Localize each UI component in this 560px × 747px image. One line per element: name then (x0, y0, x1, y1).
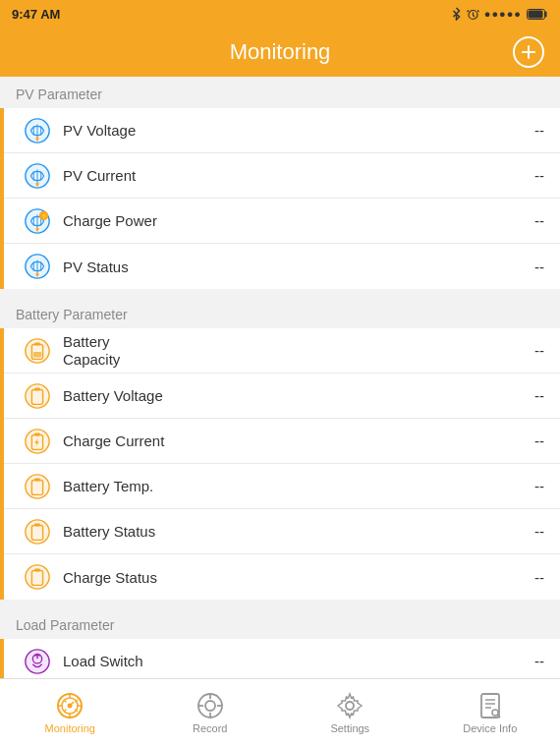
charge-power-label: Charge Power (55, 212, 495, 229)
svg-point-44 (26, 649, 49, 672)
tab-device-info[interactable]: Device Info (420, 679, 561, 747)
tab-monitoring[interactable]: Monitoring (0, 679, 140, 747)
battery-status-row-icon (20, 514, 55, 549)
battery-status-label: Battery Status (55, 523, 495, 540)
svg-rect-2 (529, 10, 543, 18)
svg-text:⚡: ⚡ (40, 211, 49, 220)
battery-voltage-label: Battery Voltage (55, 387, 495, 404)
charge-status-icon (20, 559, 55, 595)
svg-rect-27 (34, 342, 40, 345)
svg-rect-40 (34, 523, 40, 526)
table-row: Charge Current -- (4, 419, 560, 464)
svg-point-63 (205, 701, 215, 711)
svg-rect-43 (34, 569, 40, 572)
charge-current-value: -- (495, 432, 544, 449)
alarm-icon (467, 8, 479, 21)
table-row: PV Current -- (4, 153, 560, 199)
table-row: PV Voltage -- (4, 108, 560, 153)
app-header: Monitoring (0, 28, 560, 77)
monitoring-tab-icon (56, 692, 84, 719)
add-button[interactable] (513, 36, 544, 68)
tab-settings[interactable]: Settings (280, 679, 420, 747)
table-row: Battery Status -- (4, 509, 560, 554)
battery-capacity-label: BatteryCapacity (55, 333, 495, 369)
status-time: 9:47 AM (12, 7, 60, 22)
load-switch-label: Load Switch (55, 653, 495, 669)
charge-current-label: Charge Current (55, 432, 495, 449)
tab-bar: Monitoring Record Settings (0, 678, 560, 747)
battery-status-icon (527, 9, 548, 20)
pv-section-header: PV Parameter (0, 77, 560, 108)
battery-status-value: -- (495, 523, 544, 540)
charge-current-icon (20, 424, 55, 459)
load-section: Load Parameter Load Switch -- (0, 607, 560, 678)
pv-current-label: PV Current (55, 167, 495, 184)
charge-power-icon: ⚡ (20, 203, 55, 239)
content-area: PV Parameter PV Voltage -- (0, 77, 560, 678)
svg-point-68 (346, 702, 354, 710)
table-row: PV Status -- (4, 244, 560, 289)
pv-section: PV Parameter PV Voltage -- (0, 77, 560, 289)
battery-capacity-value: -- (495, 342, 544, 359)
settings-tab-icon (336, 692, 364, 719)
table-row: Charge Status -- (4, 554, 560, 600)
battery-capacity-icon (20, 333, 55, 369)
record-tab-label: Record (193, 722, 227, 734)
pv-voltage-value: -- (495, 122, 544, 139)
pv-status-label: PV Status (55, 259, 495, 275)
bluetooth-icon (451, 7, 462, 21)
settings-tab-label: Settings (330, 722, 369, 734)
pv-status-value: -- (495, 259, 544, 275)
tab-record[interactable]: Record (140, 679, 281, 747)
svg-point-73 (492, 710, 498, 716)
battery-section-body: BatteryCapacity -- Battery Voltage -- (0, 328, 560, 600)
table-row: Load Switch -- (4, 639, 560, 678)
table-row: BatteryCapacity -- (4, 328, 560, 374)
battery-temp-icon (20, 469, 55, 504)
status-icons: ●●●●● (451, 7, 548, 21)
table-row: ⚡ Charge Power -- (4, 199, 560, 244)
battery-voltage-value: -- (495, 387, 544, 404)
monitoring-tab-label: Monitoring (45, 722, 95, 734)
status-bar: 9:47 AM ●●●●● (0, 0, 560, 28)
pv-current-icon (20, 158, 55, 194)
load-switch-value: -- (495, 653, 544, 669)
pv-status-icon (20, 249, 55, 284)
svg-rect-69 (481, 694, 499, 718)
battery-section: Battery Parameter BatteryCapacity -- (0, 297, 560, 600)
pv-voltage-label: PV Voltage (55, 122, 495, 139)
table-row: Battery Temp. -- (4, 464, 560, 509)
battery-temp-label: Battery Temp. (55, 478, 495, 494)
signal-dots: ●●●●● (484, 8, 522, 20)
pv-current-value: -- (495, 167, 544, 184)
load-section-header: Load Parameter (0, 607, 560, 639)
table-row: Battery Voltage -- (4, 374, 560, 419)
load-section-body: Load Switch -- Load Voltage -- (0, 639, 560, 678)
record-tab-icon (196, 692, 224, 719)
pv-voltage-icon (20, 113, 55, 148)
battery-section-header: Battery Parameter (0, 297, 560, 328)
svg-rect-34 (34, 432, 40, 435)
charge-status-value: -- (495, 569, 544, 586)
charge-power-value: -- (495, 212, 544, 229)
battery-voltage-icon (20, 378, 55, 414)
battery-temp-value: -- (495, 478, 544, 494)
svg-rect-37 (34, 478, 40, 481)
svg-rect-28 (33, 351, 41, 357)
plus-icon (520, 43, 537, 61)
header-title: Monitoring (230, 39, 331, 65)
load-switch-icon (20, 644, 55, 679)
device-info-tab-icon (476, 692, 504, 719)
svg-rect-31 (34, 387, 40, 390)
device-info-tab-label: Device Info (463, 722, 517, 734)
charge-status-label: Charge Status (55, 569, 495, 586)
pv-section-body: PV Voltage -- PV Current (0, 108, 560, 289)
